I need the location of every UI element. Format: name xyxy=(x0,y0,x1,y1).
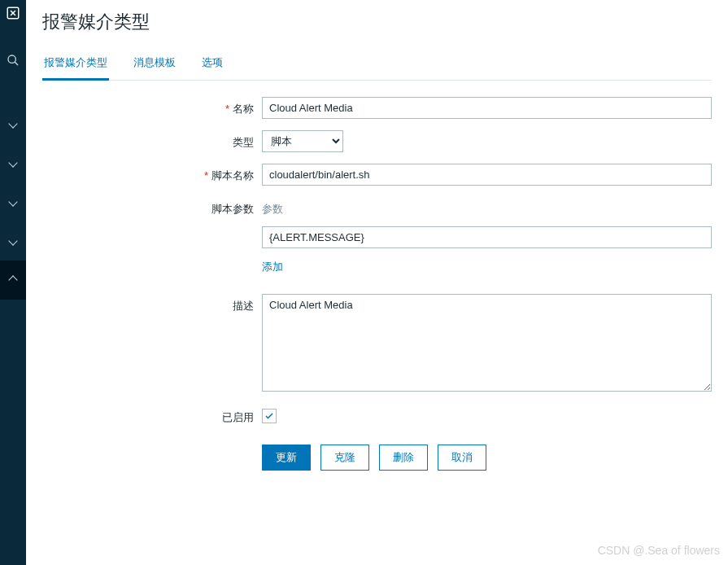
svg-line-2 xyxy=(15,62,18,65)
row-name: *名称 xyxy=(42,97,712,119)
row-script-params: 脚本参数 参数 添加 xyxy=(42,197,712,274)
enabled-checkbox[interactable] xyxy=(262,409,277,423)
row-type: 类型 脚本 xyxy=(42,130,712,152)
script-params-header: 参数 xyxy=(262,197,712,226)
delete-button[interactable]: 删除 xyxy=(379,445,428,471)
tab-media-types[interactable]: 报警媒介类型 xyxy=(42,50,109,81)
tabs: 报警媒介类型 消息模板 选项 xyxy=(42,50,712,81)
page-title: 报警媒介类型 xyxy=(42,0,712,50)
sidebar-item-3[interactable] xyxy=(0,182,26,221)
search-icon[interactable] xyxy=(0,41,26,80)
add-param-link[interactable]: 添加 xyxy=(262,260,283,274)
name-label: *名称 xyxy=(42,97,262,116)
check-icon xyxy=(264,411,274,421)
chevron-down-icon xyxy=(8,158,17,167)
row-description: 描述 xyxy=(42,294,712,394)
watermark: CSDN @.Sea of flowers xyxy=(598,544,720,557)
sidebar-item-4[interactable] xyxy=(0,221,26,261)
update-button[interactable]: 更新 xyxy=(262,445,311,471)
logo-icon xyxy=(0,0,26,26)
form: *名称 类型 脚本 *脚本名称 脚本参数 xyxy=(42,97,712,471)
chevron-down-icon xyxy=(8,119,17,128)
sidebar xyxy=(0,0,26,565)
sidebar-item-1[interactable] xyxy=(0,104,26,143)
row-buttons: 更新 克隆 删除 取消 xyxy=(42,436,712,471)
row-script-name: *脚本名称 xyxy=(42,164,712,186)
sidebar-item-2[interactable] xyxy=(0,143,26,182)
description-label: 描述 xyxy=(42,294,262,313)
enabled-label: 已启用 xyxy=(42,405,262,425)
sidebar-item-5[interactable] xyxy=(0,261,26,300)
script-name-input[interactable] xyxy=(262,164,712,186)
chevron-down-icon xyxy=(8,236,17,245)
name-input[interactable] xyxy=(262,97,712,119)
main-content: 报警媒介类型 报警媒介类型 消息模板 选项 *名称 类型 脚本 xyxy=(26,0,728,565)
chevron-up-icon xyxy=(8,275,17,284)
cancel-button[interactable]: 取消 xyxy=(438,445,486,471)
tab-message-templates[interactable]: 消息模板 xyxy=(132,50,177,80)
clone-button[interactable]: 克隆 xyxy=(320,445,369,471)
app-root: 报警媒介类型 报警媒介类型 消息模板 选项 *名称 类型 脚本 xyxy=(0,0,728,565)
script-name-label: *脚本名称 xyxy=(42,164,262,183)
param-input-0[interactable] xyxy=(262,226,712,248)
chevron-down-icon xyxy=(8,197,17,206)
type-select[interactable]: 脚本 xyxy=(262,130,343,152)
svg-point-1 xyxy=(8,55,15,63)
description-textarea[interactable] xyxy=(262,294,712,392)
row-enabled: 已启用 xyxy=(42,405,712,425)
type-label: 类型 xyxy=(42,130,262,150)
script-params-label: 脚本参数 xyxy=(42,197,262,217)
tab-options[interactable]: 选项 xyxy=(200,50,225,80)
